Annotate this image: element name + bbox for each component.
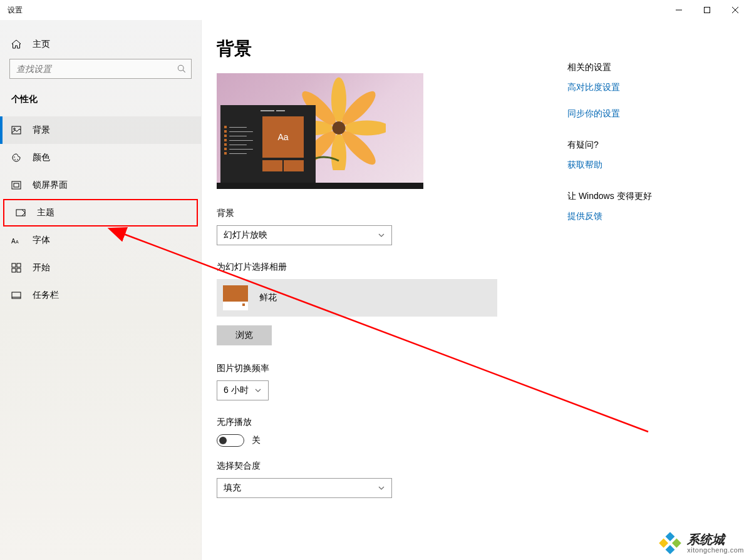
album-name: 鲜花 [259,292,277,303]
svg-rect-12 [14,183,19,187]
sidebar-item-label: 锁屏界面 [33,180,68,191]
sidebar-item-label: 字体 [33,235,50,246]
rail-feedback-title: 让 Windows 变得更好 [567,191,719,202]
sidebar-item-lockscreen[interactable]: 锁屏界面 [0,171,201,199]
maximize-button[interactable] [693,0,721,20]
svg-text:A: A [16,240,19,244]
album-row[interactable]: 鲜花 [217,279,497,317]
svg-rect-35 [659,539,669,548]
svg-rect-34 [672,539,681,548]
close-button[interactable] [721,0,749,20]
sidebar-item-themes[interactable]: 主题 [3,199,198,227]
fit-dropdown[interactable]: 填充 [217,478,392,498]
home-label: 主页 [33,39,50,50]
svg-point-30 [333,121,346,135]
close-icon [732,7,738,13]
svg-rect-13 [16,210,25,216]
shuffle-state: 关 [252,435,261,446]
sidebar-item-label: 主题 [37,207,54,218]
sidebar-item-label: 任务栏 [33,290,59,301]
svg-rect-1 [704,8,710,13]
shuffle-label: 无序播放 [217,417,567,428]
shuffle-toggle[interactable] [217,434,244,447]
rail-link-feedback[interactable]: 提供反馈 [567,211,719,222]
svg-point-7 [14,128,16,130]
rail-question-title: 有疑问? [567,140,719,151]
sidebar-item-label: 开始 [33,262,50,273]
svg-text:A: A [11,238,16,245]
watermark-logo-icon [657,530,683,556]
search-input-wrapper[interactable] [9,59,192,79]
lockscreen-icon [11,180,21,190]
svg-rect-19 [17,268,21,272]
browse-label: 浏览 [235,330,253,341]
watermark-name: 系统城 [687,532,744,546]
background-preview: Aa [217,73,423,189]
browse-button[interactable]: 浏览 [217,325,272,345]
svg-line-5 [183,70,185,73]
svg-point-4 [178,65,183,71]
background-dropdown[interactable]: 幻灯片放映 [217,225,392,245]
frequency-label: 图片切换频率 [217,363,567,374]
sidebar-item-fonts[interactable]: AA 字体 [0,227,201,254]
sidebar-item-label: 颜色 [33,152,50,163]
svg-rect-16 [12,263,16,267]
svg-rect-6 [12,126,21,134]
right-rail: 相关的设置 高对比度设置 同步你的设置 有疑问? 获取帮助 让 Windows … [567,37,719,547]
watermark: 系统城 xitongcheng.com [657,530,744,556]
album-label: 为幻灯片选择相册 [217,262,567,273]
rail-related-title: 相关的设置 [567,62,719,73]
maximize-icon [704,7,710,13]
preview-tile-text: Aa [262,116,304,158]
dropdown-value: 幻灯片放映 [224,230,267,241]
rail-link-sync[interactable]: 同步你的设置 [567,108,719,120]
minimize-icon [676,7,682,13]
album-thumbnail [223,285,248,310]
background-label: 背景 [217,208,567,219]
svg-point-10 [17,159,18,160]
font-icon: AA [11,235,21,245]
home-link[interactable]: 主页 [0,33,201,59]
svg-rect-17 [17,263,21,267]
fit-label: 选择契合度 [217,461,567,472]
sidebar-item-taskbar[interactable]: 任务栏 [0,282,201,309]
sidebar-item-colors[interactable]: 颜色 [0,144,201,171]
palette-icon [11,153,21,163]
sidebar-item-start[interactable]: 开始 [0,254,201,282]
chevron-down-icon [378,232,385,239]
svg-point-9 [14,159,16,160]
section-title: 个性化 [0,94,201,116]
start-icon [11,263,21,273]
dropdown-value: 填充 [224,482,241,494]
svg-point-8 [14,156,15,158]
svg-rect-11 [12,181,21,189]
svg-rect-36 [666,545,675,554]
picture-icon [11,125,21,135]
frequency-dropdown[interactable]: 6 小时 [217,380,269,400]
window-title: 设置 [8,5,23,16]
chevron-down-icon [378,484,385,492]
home-icon [11,39,21,49]
search-input[interactable] [16,64,177,74]
rail-link-high-contrast[interactable]: 高对比度设置 [567,82,719,93]
page-title: 背景 [217,37,567,61]
taskbar-icon [11,290,21,300]
sidebar: 主页 个性化 背景 颜色 锁屏界面 主题 AA 字体 [0,20,202,560]
watermark-url: xitongcheng.com [687,546,744,554]
chevron-down-icon [254,387,262,394]
sidebar-item-background[interactable]: 背景 [0,116,201,144]
minimize-button[interactable] [664,0,693,20]
svg-rect-33 [666,532,675,541]
dropdown-value: 6 小时 [224,385,249,396]
rail-link-help[interactable]: 获取帮助 [567,160,719,171]
svg-rect-18 [12,268,16,272]
search-icon [177,64,186,73]
sidebar-item-label: 背景 [33,125,50,136]
themes-icon [16,208,26,218]
